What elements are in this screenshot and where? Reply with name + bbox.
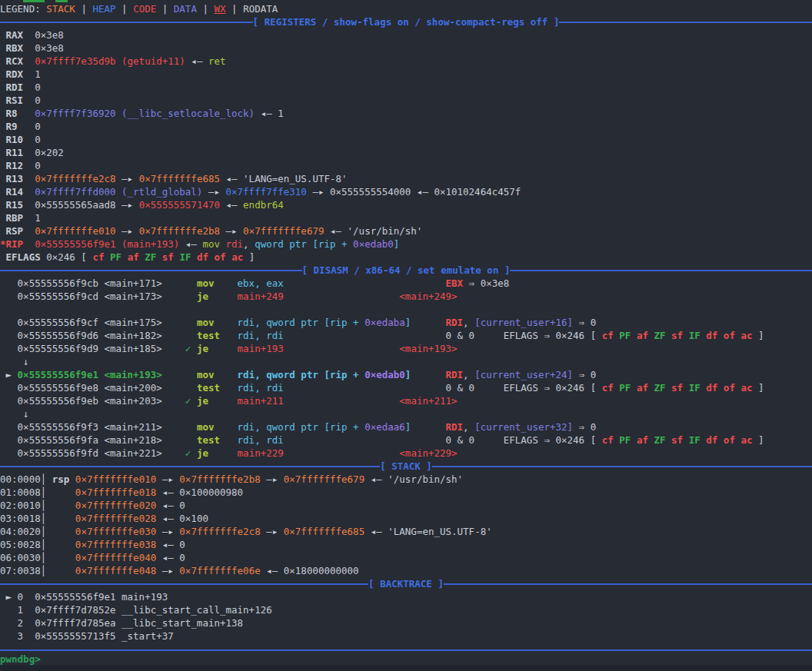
stack-row: 05:0028│ 0×7fffffffe038 ◂— 0 <box>0 538 812 551</box>
text-segment <box>717 434 724 446</box>
text-segment: 0×55555565aad8 —▸ <box>35 199 138 211</box>
text-segment: main+193 <box>238 343 284 354</box>
text-segment: HEAP <box>92 3 115 15</box>
text-segment: —▸ <box>116 225 139 237</box>
text-segment: R10 <box>0 134 35 145</box>
text-segment: 0×7fffffffe020 <box>75 500 156 511</box>
text-segment: af <box>637 434 648 446</box>
text-segment <box>191 343 197 354</box>
text-segment <box>284 277 446 289</box>
text-segment: 0×55555556f9e1 <main+193> <box>18 369 162 380</box>
text-segment <box>208 395 238 407</box>
text-segment: WX <box>215 3 226 15</box>
text-segment: RODATA <box>243 3 278 15</box>
text-segment: rdi, qword ptr [rip + <box>238 317 365 328</box>
text-segment: —▸ <box>261 473 284 485</box>
text-segment: je <box>197 395 208 407</box>
text-segment: 0×55555556f9eb <main+203> <box>0 395 185 407</box>
text-segment: <main+229> <box>399 447 457 459</box>
text-segment: ⇒ 0×3e8 <box>463 277 509 289</box>
text-segment: 0×7fffffffe028 <box>75 513 156 524</box>
text-segment: df <box>706 382 717 394</box>
text-segment <box>631 434 637 446</box>
text-segment: | <box>226 3 244 15</box>
text-segment: 0 & 0 EFLAGS ⇒ 0×246 [ <box>284 434 602 446</box>
text-segment: 0×7fffffffe038 <box>75 539 156 550</box>
text-segment: 0×55555556f9fd <main+221> <box>0 447 185 459</box>
stack-section-header: [ STACK ] <box>0 460 812 473</box>
text-segment: —▸ <box>261 526 284 537</box>
pwndbg-terminal: LEGEND: STACK | HEAP | CODE | DATA | WX … <box>0 0 812 671</box>
text-segment: 0×7fffffffe018 <box>75 487 156 498</box>
text-segment: main+249 <box>238 291 284 302</box>
text-segment: 07:0038 <box>0 565 41 576</box>
text-segment: 0×3e8 <box>35 42 64 54</box>
text-segment: ] <box>394 238 400 250</box>
text-segment: <main+211> <box>399 395 457 407</box>
text-segment: ZF <box>654 434 665 446</box>
text-segment: IF <box>689 382 701 394</box>
text-segment: ZF <box>654 330 665 341</box>
stack-section: [ STACK ]00:0000│ rsp 0×7fffffffe010 —▸ … <box>0 460 812 577</box>
text-segment: 0 <box>35 160 41 171</box>
text-segment: —▸ <box>220 225 243 237</box>
disasm-section: [ DISASM / x86-64 / set emulate on ] 0×5… <box>0 264 812 460</box>
text-segment: RBP <box>0 212 35 224</box>
register-row: EFLAGS 0×246 [ cf PF af ZF sf IF df of a… <box>0 251 812 264</box>
text-segment <box>284 291 400 302</box>
text-segment: RCX <box>0 55 35 67</box>
text-segment: 0 <box>35 81 41 93</box>
text-segment: 0×7ffff7e35d9b (getuid+11) <box>35 55 185 67</box>
text-segment: 0×55555556f9d9 <main+185> <box>0 343 185 354</box>
disasm-row: ► 0×55555556f9e1 <main+193> mov rdi, qwo… <box>0 368 812 381</box>
backtrace-section-header-label: [ BACKTRACE ] <box>368 577 444 590</box>
text-segment: | <box>75 3 93 15</box>
register-row: *RIP 0×55555556f9e1 (main+193) ◂— mov rd… <box>0 238 812 251</box>
text-segment: | <box>116 3 134 15</box>
text-segment: RDI <box>446 317 464 328</box>
text-segment: ► 0 0×55555556f9e1 main+193 <box>0 591 168 603</box>
text-segment: RAX <box>0 29 35 41</box>
stack-row: 04:0020│ 0×7fffffffe030 —▸ 0×7fffffffe2c… <box>0 525 812 538</box>
text-segment: —▸ <box>156 473 179 485</box>
text-segment: [current_user+32] <box>474 421 573 433</box>
text-segment: RBX <box>0 42 35 54</box>
backtrace-row: ► 0 0×55555556f9e1 main+193 <box>0 590 812 603</box>
text-segment: R12 <box>0 160 35 171</box>
text-segment <box>220 382 238 394</box>
text-segment: —▸ 0×555555554000 ◂— 0×10102464c457f <box>307 186 521 198</box>
prompt-line[interactable]: pwndbg> <box>0 653 812 666</box>
text-segment: | <box>156 3 174 15</box>
text-segment: of <box>724 330 735 341</box>
stack-row: 03:0018│ 0×7fffffffe028 ◂— 0×100 <box>0 512 812 525</box>
text-segment: 0×555555571470 <box>139 199 220 211</box>
text-segment <box>666 434 672 446</box>
text-segment: EFLAGS <box>0 251 46 263</box>
text-segment: 0 <box>35 95 41 106</box>
text-segment: —▸ <box>156 526 179 537</box>
text-segment <box>411 317 445 328</box>
backtrace-section-header: [ BACKTRACE ] <box>0 577 812 590</box>
text-segment: ac <box>740 382 752 394</box>
text-segment: mov <box>197 277 215 289</box>
text-segment: ret <box>208 55 226 67</box>
text-segment <box>46 565 75 576</box>
text-segment <box>46 539 75 550</box>
text-segment: ↓ <box>0 408 29 420</box>
register-row: RBX 0×3e8 <box>0 42 812 55</box>
text-segment: ◂— <box>179 238 202 250</box>
text-segment: mov <box>202 238 220 250</box>
text-segment: cf <box>92 251 104 263</box>
text-segment: test <box>197 382 220 394</box>
text-segment: ac <box>231 251 243 263</box>
text-segment: ◂— 0×18000000000 <box>261 565 359 576</box>
text-segment <box>214 317 237 328</box>
text-segment: DATA <box>174 3 197 15</box>
text-segment: ► <box>0 369 18 380</box>
disasm-row: ↓ <box>0 355 812 368</box>
text-segment: R11 <box>0 147 35 158</box>
text-segment: 0×55555556f9cb <main+171> <box>0 277 197 289</box>
text-segment: RDI <box>446 369 464 380</box>
text-segment: *RIP <box>0 238 35 250</box>
register-row: R8 0×7ffff7f36920 (__libc_setlocale_lock… <box>0 107 812 120</box>
